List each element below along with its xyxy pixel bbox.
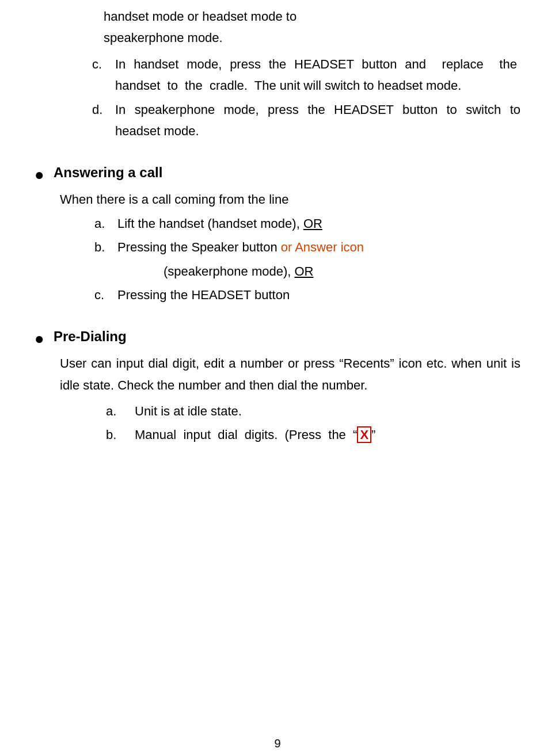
red-box-x: X (357, 426, 371, 443)
predialing-sub-label-a: a. (106, 400, 135, 422)
predialing-body: User can input dial digit, edit a number… (60, 353, 520, 446)
page-container: handset mode or headset mode to speakerp… (0, 6, 555, 756)
bullet-dot-predialing: ● (35, 330, 44, 348)
answering-title: Answering a call (54, 165, 162, 181)
answering-sub-content-a: Lift the handset (handset mode), OR (117, 213, 520, 234)
bullet-dot-answering: ● (35, 166, 44, 184)
orange-text-b: or Answer icon (281, 240, 364, 254)
answering-centered-line: (speakerphone mode), OR (164, 261, 520, 282)
answering-sub-b: b. Pressing the Speaker button or Answer… (94, 236, 520, 258)
sub-content-c: In handset mode, press the HEADSET butto… (115, 54, 520, 97)
or-underline-a: OR (303, 216, 322, 231)
sub-content-d: In speakerphone mode, press the HEADSET … (115, 99, 520, 142)
list-item-d: d. In speakerphone mode, press the HEADS… (92, 99, 520, 142)
answering-sub-content-b: Pressing the Speaker button or Answer ic… (117, 236, 520, 258)
answering-body: When there is a call coming from the lin… (60, 189, 520, 306)
answering-sub-a: a. Lift the handset (handset mode), OR (94, 213, 520, 234)
intro-block: handset mode or headset mode to speakerp… (104, 6, 520, 49)
answering-intro-line: When there is a call coming from the lin… (60, 189, 520, 210)
predialing-sub-b: b. Manual input dial digits. (Press the … (106, 424, 520, 445)
list-item-c: c. In handset mode, press the HEADSET bu… (92, 54, 520, 97)
predialing-header: ● Pre-Dialing (35, 329, 520, 348)
intro-sub-list: c. In handset mode, press the HEADSET bu… (92, 54, 520, 142)
predialing-sub-content-a: Unit is at idle state. (135, 400, 520, 422)
answering-sub-label-a: a. (94, 213, 117, 234)
intro-line-1: handset mode or headset mode to (104, 6, 520, 27)
sub-label-d: d. (92, 99, 115, 120)
intro-line-2: speakerphone mode. (104, 27, 520, 48)
answering-sub-content-c: Pressing the HEADSET button (117, 284, 520, 306)
section-predialing: ● Pre-Dialing User can input dial digit,… (35, 329, 520, 446)
answering-sub-c: c. Pressing the HEADSET button (94, 284, 520, 306)
predialing-sub-label-b: b. (106, 424, 135, 445)
predialing-para1: User can input dial digit, edit a number… (60, 353, 520, 396)
predialing-title: Pre-Dialing (54, 329, 127, 345)
section-answering: ● Answering a call When there is a call … (35, 165, 520, 306)
answering-sub-label-c: c. (94, 284, 117, 306)
answering-sub-label-b: b. (94, 236, 117, 258)
or-underline-center: OR (294, 264, 313, 278)
predialing-sub-a: a. Unit is at idle state. (106, 400, 520, 422)
predialing-sub-content-b: Manual input dial digits. (Press the “X” (135, 424, 520, 445)
sub-label-c: c. (92, 54, 115, 75)
answering-header: ● Answering a call (35, 165, 520, 184)
page-number: 9 (274, 737, 280, 750)
